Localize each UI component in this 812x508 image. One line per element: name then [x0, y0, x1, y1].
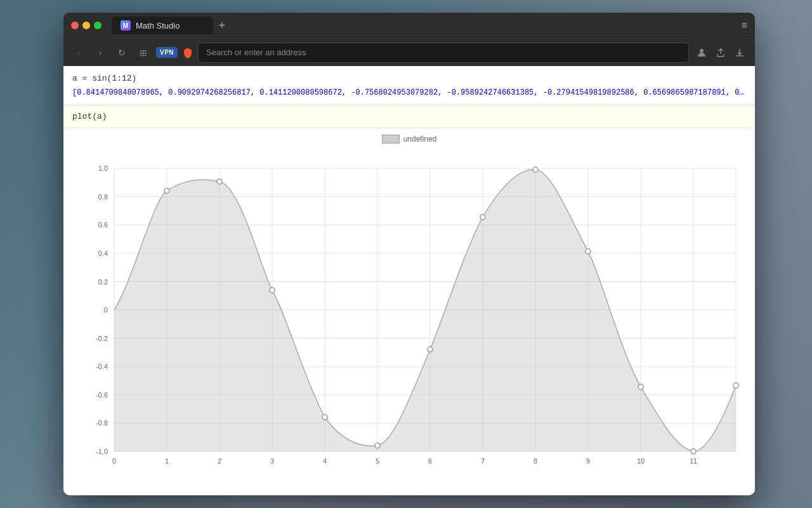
- math-app: a = sin(1:12) [0.8414709848078965, 0.909…: [63, 66, 755, 495]
- desktop: M Math Studio + ≡ ‹ › ↻ ⊞ VPN Search or …: [0, 0, 812, 508]
- svg-text:0.8: 0.8: [98, 193, 108, 201]
- svg-point-49: [217, 179, 222, 184]
- svg-point-57: [638, 384, 643, 389]
- cell-2[interactable]: plot(a): [63, 105, 755, 128]
- chart-container: undefined: [63, 128, 755, 495]
- download-button[interactable]: [731, 44, 749, 62]
- svg-text:0: 0: [104, 306, 108, 314]
- svg-text:0.4: 0.4: [98, 250, 108, 257]
- maximize-button[interactable]: [94, 22, 102, 29]
- svg-text:8: 8: [534, 457, 537, 464]
- minimize-button[interactable]: [82, 22, 90, 29]
- browser-window: M Math Studio + ≡ ‹ › ↻ ⊞ VPN Search or …: [63, 13, 755, 495]
- cell-1-output: [0.8414709848078965, 0.9092974268256817,…: [72, 86, 746, 100]
- share-button[interactable]: [712, 44, 730, 62]
- svg-point-56: [586, 249, 591, 254]
- title-bar: M Math Studio + ≡: [63, 13, 755, 38]
- svg-text:3: 3: [270, 457, 274, 464]
- svg-text:11: 11: [690, 457, 697, 464]
- svg-point-59: [733, 383, 738, 388]
- svg-point-55: [533, 167, 538, 172]
- svg-text:10: 10: [637, 457, 645, 464]
- svg-text:-0.4: -0.4: [96, 363, 108, 370]
- svg-text:1.0: 1.0: [98, 164, 108, 172]
- chart-svg-wrapper: 1.0 0.8 0.6 0.4 0.2 0 -0.2 -0.4 -0.6 -0.…: [76, 149, 742, 471]
- grid-button[interactable]: ⊞: [134, 44, 152, 62]
- legend-swatch: [382, 135, 400, 144]
- svg-point-53: [428, 347, 433, 352]
- svg-text:-0.6: -0.6: [96, 391, 108, 399]
- legend-label: undefined: [403, 135, 437, 144]
- svg-text:-1.0: -1.0: [96, 448, 108, 455]
- svg-point-0: [700, 49, 704, 53]
- reload-button[interactable]: ↻: [113, 44, 131, 62]
- cell-1[interactable]: a = sin(1:12) [0.8414709848078965, 0.909…: [63, 66, 755, 105]
- svg-text:0.2: 0.2: [98, 277, 108, 285]
- chart-legend: undefined: [76, 135, 742, 144]
- svg-text:0.6: 0.6: [98, 221, 108, 229]
- svg-point-50: [270, 288, 275, 293]
- svg-point-48: [164, 188, 169, 193]
- active-tab[interactable]: M Math Studio: [112, 17, 213, 34]
- svg-point-54: [480, 215, 485, 220]
- tab-favicon: M: [121, 20, 131, 30]
- back-button[interactable]: ‹: [70, 44, 88, 62]
- tab-title: Math Studio: [136, 21, 180, 30]
- forward-button[interactable]: ›: [91, 44, 109, 62]
- svg-point-51: [322, 415, 327, 420]
- brave-icon: [181, 46, 194, 59]
- vpn-badge[interactable]: VPN: [156, 47, 178, 58]
- svg-text:2: 2: [218, 457, 221, 464]
- address-bar[interactable]: Search or enter an address: [198, 43, 689, 63]
- svg-text:1: 1: [165, 457, 169, 464]
- svg-text:4: 4: [323, 457, 327, 464]
- cell-2-input: plot(a): [72, 109, 746, 124]
- svg-text:-0.2: -0.2: [96, 335, 108, 342]
- svg-text:0: 0: [112, 457, 116, 464]
- svg-text:5: 5: [376, 457, 379, 464]
- svg-text:9: 9: [586, 457, 590, 464]
- cell-1-input: a = sin(1:12): [72, 71, 746, 86]
- sine-chart: 1.0 0.8 0.6 0.4 0.2 0 -0.2 -0.4 -0.6 -0.…: [76, 149, 742, 471]
- svg-text:6: 6: [428, 457, 432, 464]
- tab-area: M Math Studio +: [112, 17, 737, 34]
- nav-bar: ‹ › ↻ ⊞ VPN Search or enter an address: [63, 38, 755, 66]
- svg-text:7: 7: [481, 457, 485, 464]
- address-placeholder: Search or enter an address: [206, 48, 306, 57]
- nav-actions: [693, 44, 749, 62]
- new-tab-button[interactable]: +: [213, 17, 231, 34]
- content-area: a = sin(1:12) [0.8414709848078965, 0.909…: [63, 66, 755, 495]
- svg-point-58: [691, 449, 696, 454]
- svg-point-52: [375, 443, 380, 448]
- profile-button[interactable]: [693, 44, 710, 62]
- svg-text:-0.8: -0.8: [96, 419, 108, 427]
- close-button[interactable]: [71, 22, 79, 29]
- traffic-lights: [71, 22, 102, 29]
- toolbar-menu-button[interactable]: ≡: [742, 20, 747, 31]
